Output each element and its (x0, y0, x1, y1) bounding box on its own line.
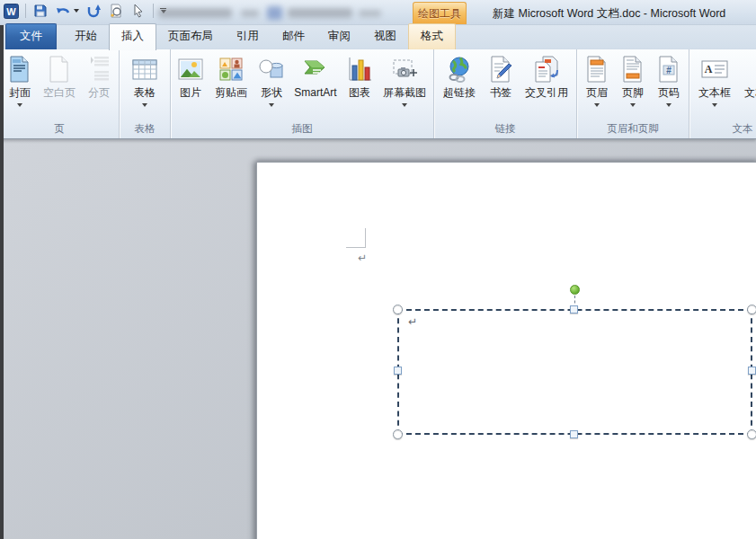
tab-insert[interactable]: 插入 (109, 23, 156, 50)
clip-art-icon (216, 54, 246, 84)
cover-page-icon (4, 54, 35, 84)
undo-dropdown-icon[interactable] (74, 9, 79, 13)
redo-icon[interactable] (85, 3, 102, 19)
tab-mailings[interactable]: 邮件 (271, 24, 316, 49)
blank-page-button: 空白页 (38, 51, 81, 119)
tab-page-layout[interactable]: 页面布局 (156, 24, 225, 49)
rotate-handle[interactable] (570, 285, 580, 295)
header-button[interactable]: 页眉 (579, 51, 615, 119)
document-page[interactable]: ↵ ↵ (256, 162, 756, 539)
dropdown-arrow-icon[interactable] (712, 103, 717, 107)
text-box-icon: A (699, 54, 730, 84)
selected-text-box[interactable]: ↵ (397, 309, 752, 435)
redacted-blur (158, 8, 232, 18)
handle-top-left[interactable] (393, 305, 403, 314)
hyperlink-icon (444, 54, 475, 84)
quick-parts-label: 文档部件 (744, 86, 756, 99)
tab-view[interactable]: 视图 (362, 24, 408, 49)
tab-format[interactable]: 格式 (408, 23, 456, 49)
header-label: 页眉 (586, 86, 608, 99)
redacted-blur (359, 10, 381, 17)
shapes-button[interactable]: 形状 (253, 51, 289, 119)
text-box-button[interactable]: A文本框 (691, 51, 738, 119)
screenshot-icon (389, 54, 420, 84)
dropdown-arrow-icon[interactable] (142, 103, 147, 107)
cross-reference-button[interactable]: 交叉引用 (519, 51, 574, 119)
ribbon-group-pages: 封面空白页分页页 (0, 49, 120, 138)
quick-access-toolbar: W (3, 3, 166, 19)
undo-icon[interactable] (55, 3, 71, 19)
chart-label: 图表 (349, 86, 370, 99)
picture-icon (175, 54, 206, 84)
redacted-blur (288, 8, 352, 18)
bookmark-button[interactable]: 书签 (483, 51, 519, 119)
window-title: 新建 Microsoft Word 文档.doc - Microsoft Wor… (493, 6, 725, 22)
word-logo-icon[interactable]: W (3, 3, 19, 19)
svg-text:W: W (6, 5, 16, 16)
redacted-blur (241, 10, 259, 17)
cover-page-button[interactable]: 封面 (2, 51, 38, 119)
dropdown-arrow-icon[interactable] (402, 103, 407, 107)
cross-reference-label: 交叉引用 (525, 86, 568, 99)
handle-top-center[interactable] (570, 305, 578, 314)
paragraph-mark: ↵ (358, 252, 367, 263)
save-icon[interactable] (32, 3, 49, 19)
print-preview-icon[interactable] (108, 3, 124, 19)
select-cursor-icon[interactable] (130, 3, 147, 19)
tab-file[interactable]: 文件 (5, 23, 57, 49)
screenshot-button[interactable]: 屏幕截图 (378, 51, 431, 119)
dropdown-arrow-icon[interactable] (269, 103, 274, 107)
handle-bottom-left[interactable] (393, 429, 403, 439)
page-break-label: 分页 (88, 86, 110, 99)
qat-separator (25, 4, 26, 18)
titlebar: W 绘图工具 (0, 0, 756, 25)
ribbon-group-illustrations: 图片剪贴画形状SmartArt图表屏幕截图插图 (171, 49, 434, 138)
text-box-label: 文本框 (698, 86, 731, 99)
cover-page-label: 封面 (9, 86, 31, 99)
group-label-tables: 表格 (120, 122, 170, 136)
smartart-icon (300, 54, 331, 84)
ribbon-group-text: A文本框文档部件文本 (689, 49, 756, 138)
tab-home[interactable]: 开始 (63, 24, 109, 49)
page-number-label: 页码 (658, 86, 680, 99)
group-label-header-footer: 页眉和页脚 (577, 122, 689, 136)
tab-references[interactable]: 引用 (225, 24, 271, 49)
ribbon-group-header-footer: 页眉页脚#页码页眉和页脚 (577, 49, 689, 138)
picture-label: 图片 (180, 86, 201, 99)
dropdown-arrow-icon[interactable] (594, 103, 600, 107)
table-button[interactable]: 表格 (121, 51, 168, 119)
drawing-tools-contextual-header: 绘图工具 (413, 2, 467, 24)
dropdown-arrow-icon[interactable] (630, 103, 636, 107)
tab-review[interactable]: 审阅 (316, 24, 362, 49)
handle-bottom-right[interactable] (747, 429, 756, 439)
handle-bottom-center[interactable] (570, 430, 578, 438)
smartart-label: SmartArt (294, 86, 336, 99)
redacted-blur (267, 6, 282, 20)
table-icon (129, 54, 160, 84)
footer-button[interactable]: 页脚 (615, 51, 651, 119)
page-number-icon: # (654, 54, 684, 84)
clip-art-button[interactable]: 剪贴画 (209, 51, 253, 119)
clip-art-label: 剪贴画 (215, 86, 247, 99)
chart-button[interactable]: 图表 (342, 51, 378, 119)
handle-middle-left[interactable] (394, 367, 402, 375)
dropdown-arrow-icon[interactable] (666, 103, 672, 107)
window-left-edge (0, 25, 4, 539)
hyperlink-button[interactable]: 超链接 (436, 51, 483, 119)
page-break-button: 分页 (81, 51, 117, 119)
group-label-pages: 页 (0, 122, 119, 136)
svg-text:#: # (666, 66, 672, 75)
blank-page-icon (44, 54, 75, 84)
picture-button[interactable]: 图片 (173, 51, 209, 119)
smartart-button[interactable]: SmartArt (289, 51, 342, 119)
footer-label: 页脚 (622, 86, 644, 99)
group-label-illustrations: 插图 (171, 122, 433, 136)
quick-parts-button[interactable]: 文档部件 (738, 51, 756, 119)
handle-middle-right[interactable] (748, 367, 756, 375)
group-label-links: 链接 (434, 122, 576, 136)
page-break-icon (84, 54, 114, 84)
screenshot-label: 屏幕截图 (383, 86, 426, 99)
dropdown-arrow-icon[interactable] (17, 103, 22, 107)
handle-top-right[interactable] (747, 305, 756, 314)
page-number-button[interactable]: #页码 (651, 51, 687, 119)
